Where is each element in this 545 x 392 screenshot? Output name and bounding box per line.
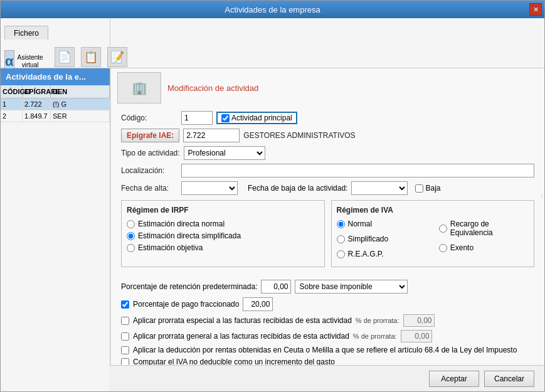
nuevo-icon: 📄 — [55, 47, 75, 67]
pct-label-2: % de prorrata: — [353, 332, 397, 340]
window-title: Actividades de la empresa — [225, 5, 320, 14]
codigo-label: Código: — [121, 114, 177, 122]
prorrata-general-checkbox[interactable] — [121, 332, 129, 341]
pago-fraccionado-label: Porcentaje de pago fraccionado — [133, 300, 239, 309]
baja-label: Baja — [425, 184, 440, 193]
row-den: (!) G — [51, 98, 110, 110]
fecha-baja-label: Fecha de baja de la actividad: — [248, 184, 347, 193]
row-den: SER — [51, 110, 110, 122]
pago-fraccionado-input[interactable] — [243, 297, 273, 311]
row-codigo: 2 — [1, 110, 23, 122]
epig-input[interactable] — [183, 129, 240, 142]
prorrata-general-input — [401, 330, 432, 342]
iva-box: Régimen de IVA Normal Simplificado — [331, 200, 535, 267]
prorrata-especial-input — [403, 314, 435, 327]
baja-checkbox[interactable] — [415, 184, 423, 193]
regimes-row: Régimen de IRPF Estimación directa norma… — [121, 200, 534, 267]
epig-row: Epígrafe IAE: GESTORES ADMINISTRATIVOS — [121, 129, 534, 142]
ceuta-melilla-checkbox[interactable] — [121, 346, 129, 354]
irpf-option-2[interactable]: Estimación directa simplificada — [127, 231, 319, 240]
irpf-option-1[interactable]: Estimación directa normal — [127, 220, 319, 228]
bottom-bar: Aceptar Cancelar — [110, 365, 544, 391]
row-epig: 1.849.7 — [23, 110, 51, 122]
iva-col1: Normal Simplificado R.E.A.G.P. — [337, 220, 426, 262]
actividad-principal-checkbox[interactable]: Actividad principal — [216, 112, 297, 124]
header-codigo: CÓDIGO — [1, 85, 23, 98]
actividad-principal-label: Actividad principal — [231, 114, 292, 122]
retencion-input[interactable] — [261, 280, 291, 294]
iva-option-recargo[interactable]: Recargo de Equivalencia — [439, 220, 529, 237]
prorrata-especial-row: Aplicar prorrata especial a las facturas… — [121, 314, 534, 327]
irpf-option-3[interactable]: Estimación objetiva — [127, 243, 319, 252]
iva-option-normal[interactable]: Normal — [337, 220, 426, 228]
ceuta-melilla-label: Aplicar la deducción por rentas obtenida… — [133, 346, 517, 354]
localizacion-row: Localización: — [121, 164, 534, 177]
fecha-alta-label: Fecha de alta: — [121, 184, 177, 193]
prorrata-especial-checkbox[interactable] — [121, 317, 129, 325]
fecha-alta-select[interactable] — [181, 181, 238, 195]
iva-option-exento[interactable]: Exento — [439, 243, 529, 252]
iva-grid: Normal Simplificado R.E.A.G.P. — [337, 220, 529, 262]
resize-handle[interactable]: ⋮ — [539, 187, 544, 206]
title-bar: Actividades de la empresa ✕ — [1, 1, 544, 18]
iva-col2: Recargo de Equivalencia Exento — [439, 220, 529, 262]
pct-label-1: % de prorrata: — [356, 317, 399, 324]
iva-option-simplificado[interactable]: Simplificado — [337, 235, 426, 243]
codigo-input[interactable] — [181, 111, 213, 125]
baja-label-row: Baja — [415, 184, 440, 193]
aceptar-button[interactable]: Aceptar — [429, 371, 479, 387]
epig-btn[interactable]: Epígrafe IAE: — [121, 129, 179, 142]
localizacion-input[interactable] — [181, 164, 534, 177]
main-content: Actividades de la e... CÓDIGO EPÍGRAFE D… — [1, 68, 544, 392]
dialog-panel: 🏢 Modificación de actividad Código: Acti… — [110, 68, 544, 392]
header-epig: EPÍGRAFE — [23, 85, 51, 98]
row-epig: 2.722 — [23, 98, 51, 110]
irpf-title: Régimen de IRPF — [127, 206, 319, 215]
prorrata-general-row: Aplicar prorrata general a las facturas … — [121, 330, 534, 342]
pago-fraccionado-row: Porcentaje de pago fraccionado — [121, 297, 534, 311]
main-window: Actividades de la empresa ✕ Fichero α As… — [0, 0, 545, 392]
epig-description: GESTORES ADMINISTRATIVOS — [243, 131, 355, 140]
form-area: Código: Actividad principal Epígrafe IAE… — [111, 107, 544, 276]
iva-title: Régimen de IVA — [337, 206, 529, 215]
close-button[interactable]: ✕ — [529, 3, 542, 16]
table-row[interactable]: 2 1.849.7 SER — [1, 110, 110, 122]
cancelar-button[interactable]: Cancelar — [484, 371, 534, 387]
row-codigo: 1 — [1, 98, 23, 110]
tipo-actividad-select[interactable]: Profesional Empresarial Agrícola — [184, 146, 265, 160]
dialog-subtitle: Modificación de actividad — [167, 83, 258, 93]
actividad-principal-check[interactable] — [221, 114, 230, 122]
left-panel-title: Actividades de la e... — [1, 68, 110, 85]
ceuta-melilla-row: Aplicar la deducción por rentas obtenida… — [121, 346, 534, 354]
pago-fraccionado-checkbox[interactable] — [121, 300, 129, 309]
tipo-actividad-row: Tipo de actividad: Profesional Empresari… — [121, 146, 534, 160]
retencion-label: Porcentaje de retención predeterminada: — [121, 282, 257, 291]
duplicar-icon: 📋 — [81, 47, 101, 67]
iva-option-reagp[interactable]: R.E.A.G.P. — [337, 250, 426, 258]
irpf-box: Régimen de IRPF Estimación directa norma… — [121, 200, 325, 267]
sobre-base-select[interactable]: Sobre base imponible Sobre importe total — [295, 280, 408, 294]
retencion-row: Porcentaje de retención predeterminada: … — [121, 280, 534, 294]
tipo-actividad-label: Tipo de actividad: — [121, 149, 180, 157]
left-panel: Actividades de la e... CÓDIGO EPÍGRAFE D… — [1, 68, 110, 392]
table-row[interactable]: 1 2.722 (!) G — [1, 98, 110, 110]
prorrata-especial-label: Aplicar prorrata especial a las facturas… — [133, 316, 352, 325]
localizacion-label: Localización: — [121, 166, 177, 175]
codigo-row: Código: Actividad principal — [121, 111, 534, 125]
prorrata-general-label: Aplicar prorrata general a las facturas … — [133, 332, 349, 341]
toolbar-area: Fichero α Asistente virtual 📄 Nuevo 📋 Du… — [1, 18, 544, 68]
fecha-baja-select[interactable] — [351, 181, 408, 195]
table-header: CÓDIGO EPÍGRAFE DEN — [1, 85, 110, 98]
fechas-row: Fecha de alta: Fecha de baja de la activ… — [121, 181, 534, 195]
header-den: DEN — [51, 85, 110, 98]
tab-fichero[interactable]: Fichero — [4, 26, 48, 40]
